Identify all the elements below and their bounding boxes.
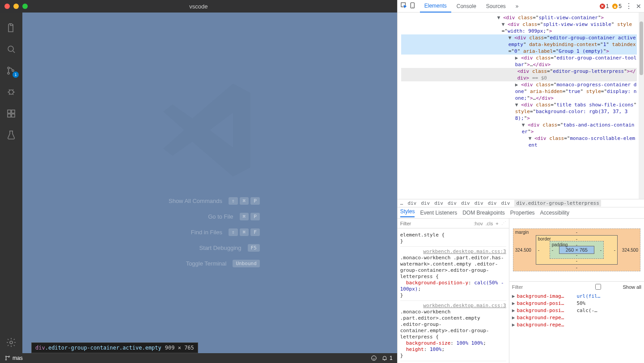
cls-toggle[interactable]: .cls — [486, 221, 493, 226]
vscode-logo-icon — [152, 72, 268, 188]
feedback-icon[interactable] — [371, 355, 377, 361]
svg-rect-5 — [8, 110, 11, 113]
box-model: margin - - 324.500 324.500 border - - - … — [509, 219, 644, 281]
explorer-icon[interactable] — [0, 17, 22, 38]
notification-bell-icon[interactable]: 1 — [381, 355, 393, 361]
key-f5: F5 — [248, 244, 260, 252]
crumb[interactable]: div — [461, 200, 470, 206]
wm-label: Find in Files — [160, 229, 222, 236]
devtools: Elements Console Sources » ✕1 ▲5 ⋮ ✕ ▼ <… — [397, 0, 644, 363]
crumb[interactable]: div — [448, 200, 457, 206]
wm-label: Go to File — [171, 213, 233, 220]
tab-properties[interactable]: Properties — [510, 210, 535, 216]
computed-properties[interactable]: ▶background-imag…url(fil…▶background-pos… — [509, 292, 644, 363]
source-control-icon[interactable]: 1 — [0, 60, 22, 81]
styles-filter-bar: :hov .cls + ⋰ — [398, 219, 509, 228]
svg-rect-15 — [411, 3, 414, 8]
svg-rect-6 — [8, 114, 11, 117]
watermark-row: Show All Commands ⇧ ⌘ P — [160, 197, 260, 205]
key-p: P — [250, 197, 260, 205]
crumb[interactable]: div — [407, 200, 416, 206]
elements-panel: ▼ <div class="split-view-container">▼ <d… — [398, 13, 644, 199]
tab-elements[interactable]: Elements — [420, 0, 451, 13]
hov-toggle[interactable]: :hov — [474, 221, 483, 226]
key-cmd: ⌘ — [240, 213, 249, 220]
crumb[interactable]: div — [475, 200, 483, 206]
key-f: F — [250, 228, 260, 236]
debug-icon[interactable] — [0, 81, 22, 103]
svg-point-12 — [8, 356, 9, 357]
add-rule-icon[interactable]: + — [496, 221, 498, 226]
devtools-tabs: Elements Console Sources » ✕1 ▲5 ⋮ ✕ — [398, 0, 644, 13]
titlebar[interactable]: vscode — [0, 0, 397, 13]
error-count[interactable]: ✕1 — [600, 3, 609, 9]
tab-accessibility[interactable]: Accessibility — [540, 210, 569, 216]
close-devtools-icon[interactable]: ✕ — [636, 3, 641, 10]
watermark-row: Find in Files ⇧ ⌘ F — [160, 228, 260, 236]
git-branch-status[interactable]: mas — [4, 355, 23, 361]
scm-badge: 1 — [13, 72, 19, 78]
kebab-menu-icon[interactable]: ⋮ — [625, 2, 632, 10]
styles-panel: :hov .cls + ⋰ element.style {}workbench.… — [398, 219, 644, 363]
key-shift: ⇧ — [229, 228, 238, 236]
vscode-window: vscode 1 — [0, 0, 397, 363]
branch-name: mas — [13, 355, 23, 361]
dom-breadcrumb[interactable]: … div div div div div div div div div.ed… — [398, 199, 644, 207]
svg-rect-8 — [12, 110, 15, 113]
show-all-checkbox[interactable] — [576, 284, 620, 290]
tabs-more-icon[interactable]: » — [511, 0, 523, 12]
handle-icon[interactable]: ⋰ — [501, 220, 506, 226]
beaker-icon[interactable] — [0, 124, 22, 146]
crumb[interactable]: div — [421, 200, 430, 206]
computed-filter-input[interactable] — [512, 284, 574, 290]
scrollbar[interactable] — [639, 13, 644, 199]
show-all-label: Show all — [623, 284, 641, 290]
inspect-element-icon[interactable] — [400, 2, 407, 10]
svg-point-0 — [8, 46, 13, 51]
svg-point-10 — [5, 356, 6, 357]
search-icon[interactable] — [0, 38, 22, 60]
wm-label: Start Debugging — [179, 245, 242, 251]
activity-bar: 1 — [0, 13, 22, 353]
key-p: P — [250, 213, 260, 220]
dim-readout: 909 × 765 — [165, 345, 194, 351]
editor-empty-area[interactable]: Show All Commands ⇧ ⌘ P Go to File ⌘ P F — [22, 13, 397, 353]
key-unbound: Unbound — [233, 260, 259, 267]
tab-styles[interactable]: Styles — [400, 208, 415, 217]
crumb[interactable]: … — [400, 200, 403, 206]
styles-filter-input[interactable] — [400, 221, 471, 226]
key-cmd: ⌘ — [240, 197, 249, 205]
warning-count[interactable]: ▲5 — [612, 3, 622, 9]
dom-tree[interactable]: ▼ <div class="split-view-container">▼ <d… — [398, 13, 639, 199]
settings-gear-icon[interactable] — [0, 332, 22, 353]
svg-point-2 — [8, 72, 9, 74]
bell-count: 1 — [390, 355, 393, 361]
svg-point-1 — [8, 67, 9, 69]
element-inspect-tooltip: div.editor-group-container.active.empty … — [31, 342, 198, 353]
svg-point-13 — [372, 356, 377, 361]
computed-filter-bar: Show all — [509, 281, 644, 292]
styles-tabs: Styles Event Listeners DOM Breakpoints P… — [398, 207, 644, 219]
device-toggle-icon[interactable] — [409, 2, 416, 10]
svg-point-11 — [5, 359, 6, 360]
tab-dom-breakpoints[interactable]: DOM Breakpoints — [462, 210, 505, 216]
key-shift: ⇧ — [229, 197, 238, 205]
window-title: vscode — [0, 3, 397, 10]
workbench: 1 — [0, 13, 397, 353]
crumb-current[interactable]: div.editor-group-letterpress — [514, 200, 601, 207]
crumb[interactable]: div — [488, 200, 497, 206]
wm-label: Toggle Terminal — [164, 260, 226, 267]
tab-console[interactable]: Console — [452, 0, 481, 12]
tab-sources[interactable]: Sources — [482, 0, 510, 12]
crumb[interactable]: div — [434, 200, 443, 206]
css-rules[interactable]: element.style {}workbench.desktop.main.c… — [398, 228, 509, 363]
watermark-row: Go to File ⌘ P — [160, 213, 260, 220]
extensions-icon[interactable] — [0, 103, 22, 124]
watermark-row: Toggle Terminal Unbound — [160, 260, 260, 267]
watermark-row: Start Debugging F5 — [160, 244, 260, 252]
wm-label: Show All Commands — [160, 198, 222, 204]
watermark: Show All Commands ⇧ ⌘ P Go to File ⌘ P F — [160, 197, 260, 267]
tab-event-listeners[interactable]: Event Listeners — [420, 210, 457, 216]
crumb[interactable]: div — [501, 200, 510, 206]
svg-point-9 — [10, 341, 13, 344]
